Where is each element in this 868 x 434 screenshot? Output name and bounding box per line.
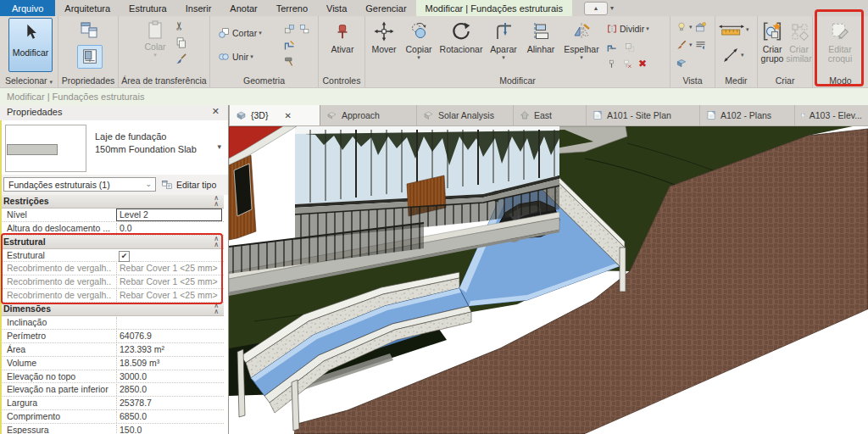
tab-solar-analysis[interactable]: Solar Analysis xyxy=(417,105,514,125)
type-family: Laje de fundação xyxy=(95,131,209,143)
perspective-view-icon xyxy=(326,110,337,120)
3d-viewport[interactable] xyxy=(229,126,868,434)
align-button[interactable]: Alinhar xyxy=(522,18,559,54)
match-properties-button[interactable] xyxy=(175,53,187,65)
trim-icon xyxy=(493,21,514,42)
value-cell[interactable]: 64076.9 xyxy=(116,331,222,342)
array-button[interactable] xyxy=(624,42,636,53)
value-cell[interactable]: 123.393 m² xyxy=(116,344,222,356)
join-geometry-button[interactable]: Unir▾ xyxy=(217,50,253,64)
value-cell[interactable] xyxy=(116,317,222,329)
section-restricoes[interactable]: Restrições∧∧ xyxy=(0,195,224,209)
value-cell[interactable]: Rebar Cover 1 <25 mm> xyxy=(116,290,222,302)
close-icon[interactable]: ✕ xyxy=(284,111,291,120)
property-row-espessura: Espessura150.0 xyxy=(0,424,224,434)
copy-element-button[interactable]: Copiar ▾ xyxy=(402,18,436,61)
rotate-button[interactable]: Rotacionar xyxy=(437,18,485,54)
value-cell[interactable]: 0.0 xyxy=(116,223,222,235)
menu-arquitetura[interactable]: Arquitetura xyxy=(55,0,120,16)
menu-gerenciar[interactable]: Gerenciar xyxy=(356,0,415,16)
tab-a102-plans[interactable]: A102 - Plans xyxy=(700,105,795,125)
section-estrutural[interactable]: Estrutural∧∧ xyxy=(0,236,224,249)
tab-approach[interactable]: Approach xyxy=(320,105,417,125)
measure-between-refs-button[interactable]: ▾ xyxy=(722,47,744,64)
tab-a101-site-plan[interactable]: A101 - Site Plan xyxy=(587,105,700,125)
create-similar-button[interactable]: Criar similar xyxy=(786,18,812,64)
cut-geometry-button[interactable]: Cortar▾ xyxy=(217,26,262,40)
unpin-button[interactable] xyxy=(621,58,632,70)
selection-filter-row: Fundações estruturais (1) ⌄ Editar tipo xyxy=(0,175,228,195)
tab-east[interactable]: East xyxy=(514,105,587,125)
unpin-icon xyxy=(621,58,632,70)
chevron-down-icon[interactable]: ▾ xyxy=(610,4,614,12)
properties-palette-button[interactable] xyxy=(77,19,101,42)
value-cell[interactable]: 18.509 m³ xyxy=(116,358,222,370)
measure-length-button[interactable]: ▾ xyxy=(719,23,749,36)
split-icon xyxy=(606,23,618,35)
sheet-icon xyxy=(801,110,805,120)
menu-estrutura[interactable]: Estrutura xyxy=(120,0,176,16)
trim-button[interactable]: Aparar ▾ xyxy=(486,18,521,61)
value-cell[interactable]: 3000.0 xyxy=(116,371,222,383)
displace-elements-button[interactable] xyxy=(676,57,687,69)
override-graphics-button[interactable]: ▾ xyxy=(676,39,693,51)
modify-tool-button[interactable]: Modificar xyxy=(8,18,53,72)
value-cell[interactable]: 2850.0 xyxy=(116,384,222,396)
property-row-inclinacao: Inclinação xyxy=(0,316,224,330)
cut-button[interactable]: ✂ xyxy=(175,19,184,32)
estrutural-checkbox[interactable]: ✔ xyxy=(119,251,130,262)
value-cell[interactable]: Level 2 xyxy=(116,209,222,222)
properties-toggle-button[interactable] xyxy=(77,45,103,69)
pin-button[interactable] xyxy=(606,58,617,70)
slab-preview xyxy=(7,144,58,155)
mirror-button[interactable]: Espelhar ▾ xyxy=(560,18,603,61)
delete-button[interactable]: ✖ xyxy=(638,58,647,70)
value-cell[interactable]: Rebar Cover 1 <25 mm> xyxy=(116,263,222,275)
menu-terreno[interactable]: Terreno xyxy=(267,0,317,16)
edit-sketch-button[interactable]: Editar croqui xyxy=(822,18,858,64)
activate-controls-button[interactable]: Ativar xyxy=(325,18,360,54)
menu-arquivo[interactable]: Arquivo xyxy=(0,0,55,16)
panel-label-propriedades[interactable]: Propriedades xyxy=(58,75,118,86)
split-button[interactable]: Dividir▾ xyxy=(606,23,649,35)
hide-elements-button[interactable]: ▾ xyxy=(676,21,693,33)
close-icon[interactable]: ✕ xyxy=(212,106,220,117)
panel-label-criar: Criar xyxy=(758,75,812,86)
cope-button[interactable] xyxy=(283,39,296,52)
value-cell[interactable]: 150.0 xyxy=(116,425,222,434)
value-cell[interactable]: 6850.0 xyxy=(116,411,222,423)
chevron-down-icon: ⌄ xyxy=(145,180,152,188)
beam-coping-button[interactable] xyxy=(298,23,311,36)
property-row-recobrimento-3: Recobrimento de vergalh...Rebar Cover 1 … xyxy=(0,289,224,303)
copy-button[interactable] xyxy=(175,36,187,49)
panel-propriedades: Propriedades xyxy=(58,16,119,87)
edit-type-button[interactable]: Editar tipo xyxy=(161,177,216,192)
tab-3d[interactable]: {3D} ✕ xyxy=(229,105,320,125)
ribbon-collapse-button[interactable]: ▲ xyxy=(584,2,608,15)
value-cell[interactable]: Rebar Cover 1 <25 mm> xyxy=(116,276,222,288)
panel-label-selecionar[interactable]: Selecionar ▾ xyxy=(0,75,58,86)
paste-button[interactable]: Colar ▾ xyxy=(142,19,168,58)
panel-label-area-transferencia: Área de transferência xyxy=(119,75,209,86)
type-selector[interactable]: Laje de fundação 150mm Foundation Slab ▾ xyxy=(0,120,228,175)
render-view-button[interactable] xyxy=(694,21,707,34)
selection-list-button[interactable] xyxy=(694,39,707,52)
value-cell[interactable]: 25378.7 xyxy=(116,398,222,409)
property-row-recobrimento-1: Recobrimento de vergalh...Rebar Cover 1 … xyxy=(0,262,224,275)
cut-geometry-icon xyxy=(217,26,231,40)
menu-context-tab[interactable]: Modificar | Fundações estruturais xyxy=(416,0,572,16)
create-group-button[interactable]: Criar grupo xyxy=(759,18,786,64)
panel-edge-strip xyxy=(0,120,2,434)
menu-anotar[interactable]: Anotar xyxy=(220,0,266,16)
section-dimensoes[interactable]: Dimensões∧∧ xyxy=(0,303,224,316)
tab-a103-elevations[interactable]: A103 - Elev... xyxy=(795,105,868,125)
selection-filter-combo[interactable]: Fundações estruturais (1) ⌄ xyxy=(3,177,156,192)
wall-opening-button[interactable] xyxy=(283,23,296,36)
chevron-down-icon[interactable]: ▾ xyxy=(217,142,221,151)
menu-vista[interactable]: Vista xyxy=(317,0,356,16)
paint-button[interactable] xyxy=(283,55,296,68)
panel-controles: Ativar Controles xyxy=(319,16,365,87)
move-button[interactable]: Mover xyxy=(367,18,401,54)
menu-inserir[interactable]: Inserir xyxy=(176,0,221,16)
offset-button[interactable] xyxy=(606,42,618,53)
